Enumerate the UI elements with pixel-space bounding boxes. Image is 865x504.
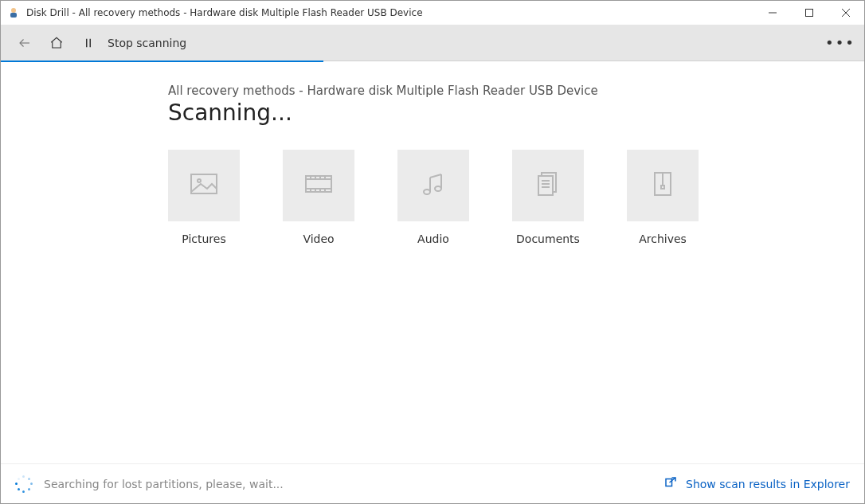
category-label: Audio: [417, 232, 449, 245]
scan-progress-bar: [1, 61, 323, 62]
archives-icon: [647, 168, 679, 203]
pictures-icon: [188, 168, 220, 203]
scan-subtitle: All recovery methods - Hardware disk Mul…: [168, 84, 864, 98]
svg-point-22: [424, 189, 430, 194]
category-pictures[interactable]: Pictures: [168, 150, 240, 245]
back-button[interactable]: [9, 27, 41, 59]
scan-title: Scanning...: [168, 100, 864, 126]
open-external-icon: [663, 475, 678, 492]
main-content: All recovery methods - Hardware disk Mul…: [1, 61, 864, 463]
category-audio[interactable]: Audio: [397, 150, 469, 245]
category-video[interactable]: Video: [283, 150, 354, 245]
svg-line-26: [430, 174, 441, 178]
category-row: Pictures Video: [168, 150, 864, 245]
window-titlebar: Disk Drill - All recovery methods - Hard…: [1, 1, 864, 25]
window-title: Disk Drill - All recovery methods - Hard…: [26, 7, 754, 18]
show-in-explorer-link[interactable]: Show scan results in Explorer: [663, 475, 850, 492]
audio-icon: [417, 168, 449, 203]
loading-spinner-icon: [15, 475, 33, 493]
svg-rect-1: [10, 13, 17, 18]
more-options-button[interactable]: •••: [824, 27, 856, 59]
category-label: Pictures: [182, 232, 225, 245]
svg-rect-28: [538, 176, 553, 195]
app-icon: [7, 6, 20, 19]
svg-point-23: [435, 186, 441, 191]
category-label: Documents: [516, 232, 580, 245]
window-minimize-button[interactable]: [754, 1, 791, 25]
category-documents[interactable]: Documents: [512, 150, 584, 245]
svg-rect-34: [661, 186, 664, 189]
video-icon: [303, 168, 335, 203]
home-button[interactable]: [41, 27, 72, 59]
svg-rect-3: [806, 10, 813, 17]
category-archives[interactable]: Archives: [627, 150, 699, 245]
window-maximize-button[interactable]: [791, 1, 828, 25]
category-label: Archives: [639, 232, 687, 245]
svg-point-10: [198, 179, 201, 182]
pause-button[interactable]: [72, 27, 104, 59]
toolbar: Stop scanning •••: [1, 25, 864, 61]
window-close-button[interactable]: [828, 1, 864, 25]
stop-scanning-label[interactable]: Stop scanning: [108, 37, 186, 49]
documents-icon: [532, 168, 564, 203]
show-in-explorer-label: Show scan results in Explorer: [686, 478, 850, 490]
category-label: Video: [303, 232, 334, 245]
status-bar: Searching for lost partitions, please, w…: [1, 463, 864, 503]
svg-point-0: [11, 8, 16, 13]
status-message: Searching for lost partitions, please, w…: [44, 478, 663, 490]
